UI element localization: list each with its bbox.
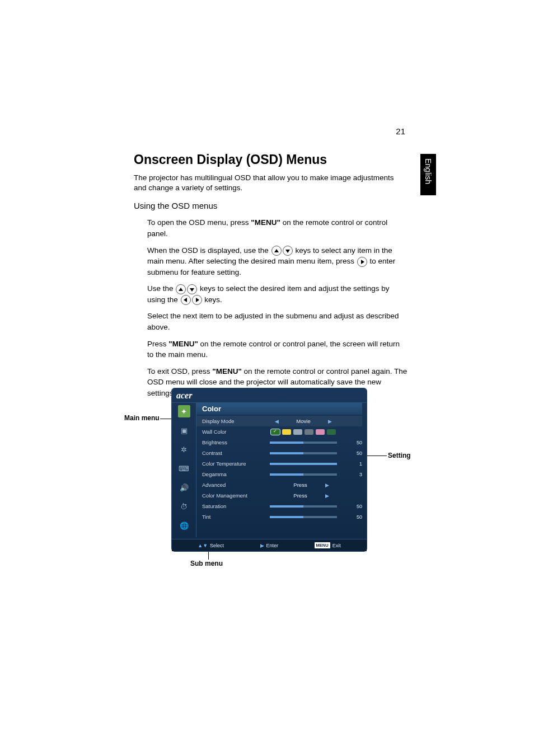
right-arrow-icon: ▶ bbox=[260, 543, 264, 548]
bullet-list: To open the OSD menu, press "MENU" on th… bbox=[134, 217, 408, 398]
osd-row[interactable]: Wall Color bbox=[196, 426, 362, 437]
bullet-item: To open the OSD menu, press "MENU" on th… bbox=[147, 217, 408, 239]
osd-row-label: Color Temperature bbox=[202, 461, 258, 467]
osd-row-value: 50 bbox=[349, 514, 362, 520]
osd-row-value: 50 bbox=[349, 450, 362, 456]
slider-fill bbox=[270, 505, 303, 508]
swatch[interactable] bbox=[305, 429, 313, 435]
slider[interactable] bbox=[270, 516, 337, 518]
slider[interactable] bbox=[270, 473, 337, 476]
slider-fill bbox=[270, 452, 303, 454]
osd-header: acer bbox=[172, 388, 367, 403]
osd-row-control bbox=[258, 429, 349, 435]
slider-fill bbox=[270, 442, 303, 444]
osd-row[interactable]: Color ManagementPress▶ bbox=[196, 490, 362, 501]
osd-row-value: 50 bbox=[349, 440, 362, 445]
text: Enter bbox=[266, 543, 279, 548]
bullet-item: Use the keys to select the desired item … bbox=[147, 283, 408, 305]
osd-row-control: Press▶ bbox=[258, 492, 349, 499]
osd-value-text: Press bbox=[278, 482, 323, 488]
left-arrow-icon[interactable]: ◀ bbox=[275, 419, 279, 424]
osd-row-control bbox=[258, 442, 349, 444]
slider-fill bbox=[270, 516, 303, 518]
section-heading: Using the OSD menus bbox=[134, 201, 408, 210]
osd-row[interactable]: Color Temperature1 bbox=[196, 458, 362, 469]
osd-row-label: Wall Color bbox=[202, 429, 258, 435]
text: Press bbox=[147, 340, 168, 348]
slider-fill bbox=[270, 463, 337, 465]
slider[interactable] bbox=[270, 452, 337, 454]
osd-row[interactable]: Tint50 bbox=[196, 511, 362, 522]
osd-row[interactable]: Contrast50 bbox=[196, 448, 362, 458]
footer-select: ▲▼Select bbox=[198, 543, 224, 548]
osd-footer: ▲▼Select ▶Enter MENUExit bbox=[172, 539, 367, 551]
management-icon[interactable]: ⌨ bbox=[178, 462, 190, 475]
swatch[interactable] bbox=[327, 429, 336, 435]
callout-main-menu: Main menu bbox=[124, 414, 160, 422]
bullet-item: Select the next item to be adjusted in t… bbox=[147, 311, 408, 332]
osd-row-label: Tint bbox=[202, 514, 258, 520]
menu-badge: MENU bbox=[315, 542, 330, 548]
color-icon[interactable]: ✦ bbox=[178, 405, 190, 417]
right-arrow-icon[interactable]: ▶ bbox=[328, 419, 332, 424]
slider-fill bbox=[270, 473, 303, 476]
osd-row-value: 3 bbox=[349, 472, 362, 477]
text: keys. bbox=[204, 295, 222, 304]
swatch[interactable] bbox=[316, 429, 325, 435]
up-arrow-icon bbox=[271, 246, 282, 256]
osd-row-value: 1 bbox=[349, 461, 362, 467]
osd-row-control bbox=[258, 452, 349, 454]
image-icon[interactable]: ▣ bbox=[178, 424, 190, 436]
osd-row-label: Contrast bbox=[202, 450, 258, 456]
osd-row[interactable]: AdvancedPress▶ bbox=[196, 480, 362, 490]
osd-row-label: Advanced bbox=[202, 482, 258, 488]
slider[interactable] bbox=[270, 505, 337, 508]
osd-row-value: 50 bbox=[349, 504, 362, 509]
slider[interactable] bbox=[270, 463, 337, 465]
osd-row[interactable]: Saturation50 bbox=[196, 501, 362, 511]
osd-panel: acer ✦ ▣ ✲ ⌨ 🔊 ⏱ 🌐 Color Display Mode◀Mo… bbox=[171, 388, 367, 552]
right-arrow-icon bbox=[192, 295, 202, 305]
language-icon[interactable]: 🌐 bbox=[178, 519, 190, 532]
osd-submenu: Color Display Mode◀Movie▶Wall ColorBrigh… bbox=[196, 403, 367, 537]
slider[interactable] bbox=[270, 442, 337, 444]
osd-menu-title: Color bbox=[196, 403, 362, 415]
menu-key-label: "MENU" bbox=[168, 340, 198, 348]
timer-icon[interactable]: ⏱ bbox=[178, 500, 190, 513]
menu-key-label: "MENU" bbox=[212, 367, 242, 375]
text: To exit OSD, press bbox=[147, 367, 212, 375]
osd-row[interactable]: Brightness50 bbox=[196, 437, 362, 448]
down-arrow-icon bbox=[187, 284, 197, 294]
up-arrow-icon bbox=[176, 284, 186, 294]
text: Use the bbox=[147, 284, 175, 293]
osd-value-text: Movie bbox=[281, 418, 326, 424]
audio-icon[interactable]: 🔊 bbox=[178, 481, 190, 494]
right-arrow-icon[interactable]: ▶ bbox=[325, 493, 329, 499]
right-arrow-icon[interactable]: ▶ bbox=[325, 482, 329, 488]
text: When the OSD is displayed, use the bbox=[147, 246, 271, 255]
bullet-item: Press "MENU" on the remote control or co… bbox=[147, 339, 408, 360]
settings-icon[interactable]: ✲ bbox=[178, 443, 190, 456]
footer-enter: ▶Enter bbox=[260, 543, 279, 548]
text: To open the OSD menu, press bbox=[147, 218, 251, 227]
osd-row-label: Saturation bbox=[202, 503, 258, 509]
page-content: Onscreen Display (OSD) Menus The project… bbox=[134, 152, 408, 404]
down-arrow-icon bbox=[283, 246, 293, 256]
text: Select bbox=[210, 543, 224, 548]
language-tab: English bbox=[420, 154, 436, 195]
page-number: 21 bbox=[396, 126, 405, 136]
bullet-item: When the OSD is displayed, use the keys … bbox=[147, 245, 408, 278]
osd-row[interactable]: Degamma3 bbox=[196, 469, 362, 480]
osd-row[interactable]: Display Mode◀Movie▶ bbox=[196, 416, 362, 426]
swatch[interactable] bbox=[271, 429, 280, 435]
swatch[interactable] bbox=[293, 429, 302, 435]
osd-row-control bbox=[258, 473, 349, 476]
swatch[interactable] bbox=[282, 429, 291, 435]
brand-logo: acer bbox=[176, 391, 192, 400]
osd-screenshot: acer ✦ ▣ ✲ ⌨ 🔊 ⏱ 🌐 Color Display Mode◀Mo… bbox=[171, 388, 367, 552]
osd-sidebar: ✦ ▣ ✲ ⌨ 🔊 ⏱ 🌐 bbox=[172, 403, 196, 537]
menu-key-label: "MENU" bbox=[251, 218, 280, 227]
osd-row-label: Degamma bbox=[202, 471, 258, 477]
wall-color-swatches bbox=[271, 429, 336, 435]
left-arrow-icon bbox=[181, 295, 191, 305]
